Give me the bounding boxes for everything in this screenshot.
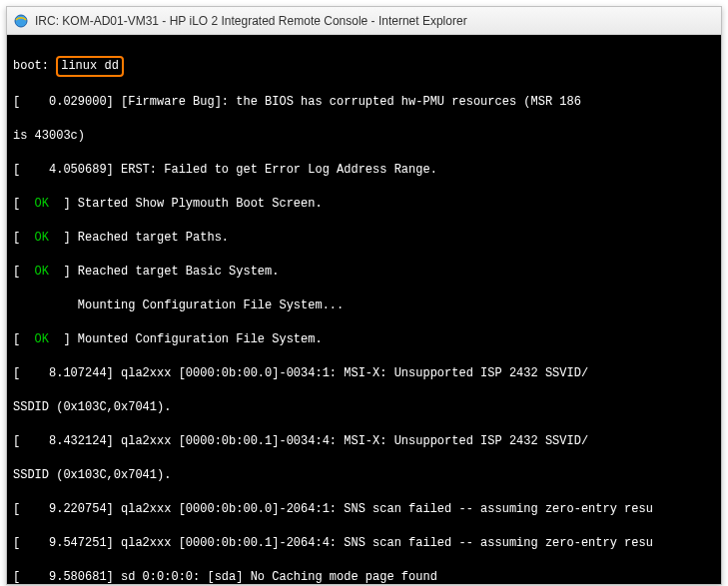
boot-prompt: boot: [13, 59, 56, 73]
remote-console-terminal[interactable]: boot: linux dd [ 0.029000] [Firmware Bug… [7, 35, 721, 584]
log-ok-line: [ OK ] Mounted Configuration File System… [13, 331, 715, 348]
log-line: Mounting Configuration File System... [13, 297, 715, 314]
log-line: is 43003c) [13, 128, 715, 145]
log-line: SSDID (0x103C,0x7041). [13, 399, 715, 416]
log-line: [ 0.029000] [Firmware Bug]: the BIOS has… [13, 94, 715, 111]
log-ok-line: [ OK ] Reached target Basic System. [13, 264, 715, 281]
ok-tag: OK [35, 231, 49, 245]
svg-point-0 [15, 15, 27, 27]
log-ok-line: [ OK ] Reached target Paths. [13, 230, 715, 247]
ie-window: IRC: KOM-AD01-VM31 - HP iLO 2 Integrated… [6, 6, 722, 585]
log-line: SSDID (0x103C,0x7041). [13, 467, 715, 484]
ok-tag: OK [35, 332, 49, 346]
ie-icon [13, 13, 29, 29]
log-line: [ 9.220754] qla2xxx [0000:0b:00.0]-2064:… [13, 501, 715, 518]
log-line: [ 8.107244] qla2xxx [0000:0b:00.0]-0034:… [13, 365, 715, 382]
log-line: [ 9.580681] sd 0:0:0:0: [sda] No Caching… [13, 569, 715, 584]
window-title: IRC: KOM-AD01-VM31 - HP iLO 2 Integrated… [35, 14, 467, 28]
boot-command-highlight: linux dd [56, 56, 124, 77]
ok-tag: OK [35, 197, 49, 211]
window-titlebar[interactable]: IRC: KOM-AD01-VM31 - HP iLO 2 Integrated… [7, 7, 721, 35]
log-line: [ 8.432124] qla2xxx [0000:0b:00.1]-0034:… [13, 433, 715, 450]
log-ok-line: [ OK ] Started Show Plymouth Boot Screen… [13, 196, 715, 213]
ok-tag: OK [35, 265, 49, 279]
log-line: [ 9.547251] qla2xxx [0000:0b:00.1]-2064:… [13, 535, 715, 552]
log-line: [ 4.050689] ERST: Failed to get Error Lo… [13, 162, 715, 179]
